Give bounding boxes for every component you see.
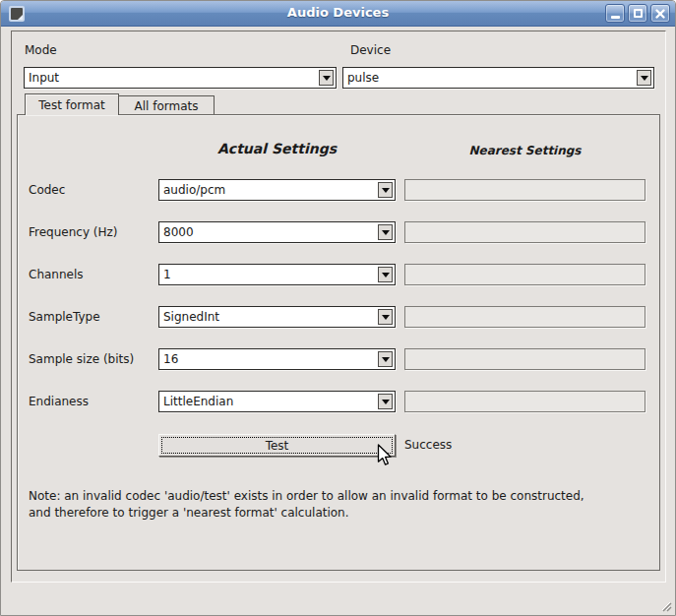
minimize-button[interactable] [605,4,625,23]
codec-label: Codec [29,183,65,197]
tab-label: Test format [38,98,104,112]
samplesize-select[interactable]: 16 [158,348,396,370]
endianess-label: Endianess [29,395,89,408]
row-endianess: Endianess LittleEndian [1,391,676,433]
settings-rows: Codec audio/pcm Frequency (Hz) 8000 Chan… [1,179,676,433]
nearest-sampletype-field [404,306,645,328]
note-line-1: Note: an invalid codec 'audio/test' exis… [29,488,658,505]
nearest-channels-field [404,264,645,285]
nearest-codec-field [404,179,645,201]
test-button-label: Test [266,439,289,453]
sampletype-select[interactable]: SignedInt [158,306,396,328]
sampletype-value: SignedInt [163,310,219,324]
nearest-endianess-field [404,391,645,412]
codec-select[interactable]: audio/pcm [158,179,396,201]
row-frequency: Frequency (Hz) 8000 [1,221,676,264]
actual-settings-header: Actual Settings [158,141,396,156]
chevron-down-icon [378,394,393,409]
test-button[interactable]: Test [158,434,396,457]
channels-label: Channels [29,268,84,281]
window-controls [605,4,670,23]
resize-grip-icon[interactable] [658,598,672,612]
tab-test-format[interactable]: Test format [25,93,119,115]
mode-select[interactable]: Input [24,67,337,89]
maximize-icon [634,9,643,18]
chevron-down-icon [378,182,393,198]
note-text: Note: an invalid codec 'audio/test' exis… [29,488,658,522]
chevron-down-icon [378,224,393,240]
frequency-select[interactable]: 8000 [158,221,396,243]
close-button[interactable] [650,4,670,23]
device-select[interactable]: pulse [342,67,654,89]
row-channels: Channels 1 [1,264,676,306]
device-selected-value: pulse [347,71,379,85]
device-label: Device [350,43,391,58]
endianess-select[interactable]: LittleEndian [158,391,396,412]
row-codec: Codec audio/pcm [1,179,676,221]
nearest-samplesize-field [404,348,645,370]
close-icon [653,7,667,21]
tab-label: All formats [135,99,199,113]
endianess-value: LittleEndian [163,395,233,408]
codec-value: audio/pcm [163,183,225,197]
window-title: Audio Devices [1,5,675,20]
row-samplesize: Sample size (bits) 16 [1,348,676,391]
titlebar[interactable]: Audio Devices [1,1,675,27]
maximize-button[interactable] [628,4,647,23]
samplesize-label: Sample size (bits) [29,352,134,366]
mode-selected-value: Input [29,71,59,85]
nearest-settings-header: Nearest Settings [404,144,645,157]
chevron-down-icon [378,351,393,367]
chevron-down-icon [378,309,393,325]
note-line-2: and therefore to trigger a 'nearest form… [29,505,658,522]
samplesize-value: 16 [163,352,178,366]
nearest-frequency-field [404,221,645,243]
chevron-down-icon [319,70,334,86]
audio-devices-window: Audio Devices Mode Device Input pulse [0,0,676,616]
row-sampletype: SampleType SignedInt [1,306,676,348]
sampletype-label: SampleType [29,310,100,324]
tab-all-formats[interactable]: All formats [119,95,215,115]
mode-label: Mode [25,43,57,58]
chevron-down-icon [637,70,651,86]
channels-value: 1 [163,268,171,281]
minimize-icon [611,16,620,19]
chevron-down-icon [378,267,393,282]
channels-select[interactable]: 1 [158,264,396,285]
frequency-value: 8000 [163,225,194,239]
status-label: Success [404,438,452,452]
frequency-label: Frequency (Hz) [29,225,118,239]
